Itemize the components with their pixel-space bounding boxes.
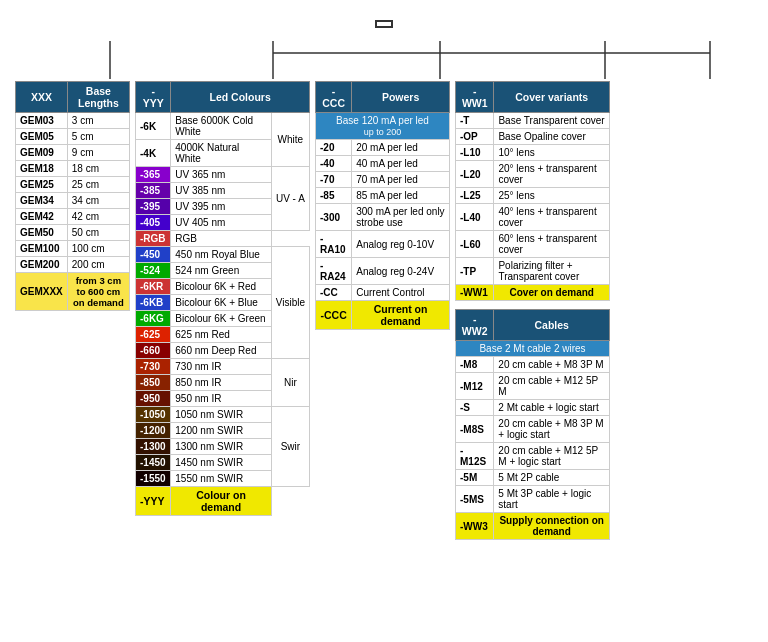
xxx-length: 5 cm: [67, 129, 129, 145]
yyy-table: -YYY Led Colours -6KBase 6000K Cold Whit…: [135, 81, 310, 516]
ww1-section: -WW1 Cover variants -TBase Transparent c…: [455, 81, 610, 540]
xxx-code: GEM05: [16, 129, 68, 145]
xxx-code: GEM200: [16, 257, 68, 273]
yyy-col1: -YYY: [136, 82, 171, 113]
ww1-table: -WW1 Cover variants -TBase Transparent c…: [455, 81, 610, 301]
ww2-base-row: Base 2 Mt cable 2 wires: [456, 341, 610, 357]
ccc-code: -RA24: [316, 258, 352, 285]
ccc-section: -CCC Powers Base 120 mA per ledup to 200…: [315, 81, 450, 330]
yyy-desc: RGB: [171, 231, 271, 247]
yyy-code: -395: [136, 199, 171, 215]
yyy-code: -RGB: [136, 231, 171, 247]
ww1-col2: Cover variants: [494, 82, 610, 113]
yyy-section: -YYY Led Colours -6KBase 6000K Cold Whit…: [135, 81, 310, 516]
ww2-code: -M12: [456, 373, 494, 400]
xxx-col1: XXX: [16, 82, 68, 113]
ww2-code: -M8: [456, 357, 494, 373]
ccc-code: -70: [316, 172, 352, 188]
ww1-code: -L25: [456, 188, 494, 204]
ww1-code: -L10: [456, 145, 494, 161]
yyy-code: -730: [136, 359, 171, 375]
connector-lines: [10, 41, 758, 79]
yyy-code: -YYY: [136, 487, 171, 516]
ww1-code: -OP: [456, 129, 494, 145]
yyy-desc: 660 nm Deep Red: [171, 343, 271, 359]
ww2-desc: 20 cm cable + M8 3P M + logic start: [494, 416, 610, 443]
xxx-length: 42 cm: [67, 209, 129, 225]
yyy-desc: 730 nm IR: [171, 359, 271, 375]
xxx-length: 100 cm: [67, 241, 129, 257]
xxx-section: XXX Base Lengths GEM033 cmGEM055 cmGEM09…: [15, 81, 130, 311]
yyy-desc: Bicolour 6K + Blue: [171, 295, 271, 311]
ccc-code: -300: [316, 204, 352, 231]
yyy-code: -6KR: [136, 279, 171, 295]
yyy-desc: 1300 nm SWIR: [171, 439, 271, 455]
yyy-col2: Led Colours: [171, 82, 310, 113]
ww1-desc: Base Opaline cover: [494, 129, 610, 145]
ww1-desc: 20° lens + transparent cover: [494, 161, 610, 188]
xxx-code: GEM34: [16, 193, 68, 209]
yyy-code: -660: [136, 343, 171, 359]
xxx-length: 25 cm: [67, 177, 129, 193]
yyy-desc: 450 nm Royal Blue: [171, 247, 271, 263]
yyy-desc: Bicolour 6K + Red: [171, 279, 271, 295]
ccc-desc: 70 mA per led: [352, 172, 450, 188]
ww2-code: -M8S: [456, 416, 494, 443]
ccc-code: -85: [316, 188, 352, 204]
ww2-code: -S: [456, 400, 494, 416]
ww1-desc: 10° lens: [494, 145, 610, 161]
yyy-code: -6K: [136, 113, 171, 140]
ccc-desc: 20 mA per led: [352, 140, 450, 156]
ccc-code: -40: [316, 156, 352, 172]
ccc-desc: 300 mA per led only strobe use: [352, 204, 450, 231]
yyy-code: -625: [136, 327, 171, 343]
xxx-code: GEM25: [16, 177, 68, 193]
ww1-code: -T: [456, 113, 494, 129]
yyy-code: -6KB: [136, 295, 171, 311]
ccc-desc: 40 mA per led: [352, 156, 450, 172]
ww2-col1: -WW2: [456, 310, 494, 341]
ccc-code: -RA10: [316, 231, 352, 258]
ww1-desc: Base Transparent cover: [494, 113, 610, 129]
header: [10, 10, 758, 33]
ccc-desc: Analog reg 0-10V: [352, 231, 450, 258]
yyy-desc: UV 385 nm: [171, 183, 271, 199]
yyy-group-label: Swir: [271, 407, 309, 487]
ww1-code: -TP: [456, 258, 494, 285]
ww1-desc: 25° lens: [494, 188, 610, 204]
ccc-col1: -CCC: [316, 82, 352, 113]
ww2-desc: 20 cm cable + M12 5P M + logic start: [494, 443, 610, 470]
xxx-col2: Base Lengths: [67, 82, 129, 113]
xxx-code: GEM18: [16, 161, 68, 177]
ww1-col1: -WW1: [456, 82, 494, 113]
xxx-table: XXX Base Lengths GEM033 cmGEM055 cmGEM09…: [15, 81, 130, 311]
yyy-desc: UV 395 nm: [171, 199, 271, 215]
yyy-desc: 1450 nm SWIR: [171, 455, 271, 471]
yyy-group-label: UV - A: [271, 167, 309, 231]
yyy-code: -850: [136, 375, 171, 391]
yyy-desc: Base 6000K Cold White: [171, 113, 271, 140]
xxx-length: 50 cm: [67, 225, 129, 241]
yyy-desc: 4000K Natural White: [171, 140, 271, 167]
ccc-desc: Analog reg 0-24V: [352, 258, 450, 285]
yyy-code: -450: [136, 247, 171, 263]
xxx-code: GEM50: [16, 225, 68, 241]
ww1-code: -L20: [456, 161, 494, 188]
ww2-desc: Supply connection on demand: [494, 513, 610, 540]
xxx-length: 3 cm: [67, 113, 129, 129]
ww1-code: -L60: [456, 231, 494, 258]
ww2-col2: Cables: [494, 310, 610, 341]
yyy-code: -1550: [136, 471, 171, 487]
ccc-table: -CCC Powers Base 120 mA per ledup to 200…: [315, 81, 450, 330]
xxx-code: GEM03: [16, 113, 68, 129]
yyy-code: -1200: [136, 423, 171, 439]
yyy-desc: 950 nm IR: [171, 391, 271, 407]
ccc-desc: Current Control: [352, 285, 450, 301]
ccc-header-row: Base 120 mA per ledup to 200: [316, 113, 450, 140]
ccc-desc: 85 mA per led: [352, 188, 450, 204]
yyy-group-label: White: [271, 113, 309, 167]
yyy-desc: 524 nm Green: [171, 263, 271, 279]
yyy-desc: Colour on demand: [171, 487, 271, 516]
yyy-code: -365: [136, 167, 171, 183]
xxx-length: 18 cm: [67, 161, 129, 177]
